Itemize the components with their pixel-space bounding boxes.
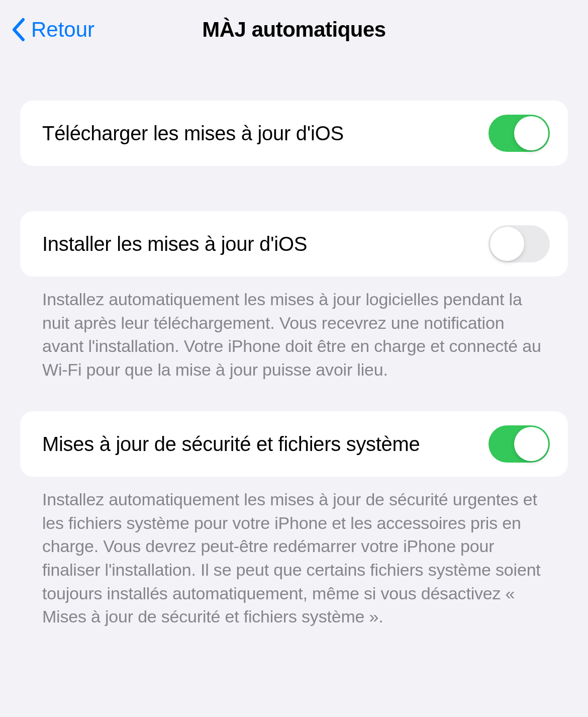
row-label: Installer les mises à jour d'iOS: [42, 231, 488, 256]
row-label: Mises à jour de sécurité et fichiers sys…: [42, 431, 488, 457]
page-title: MÀJ automatiques: [10, 18, 578, 42]
toggle-knob: [490, 227, 524, 261]
toggle-knob: [514, 427, 548, 461]
row-label: Télécharger les mises à jour d'iOS: [42, 121, 488, 146]
row-security-updates[interactable]: Mises à jour de sécurité et fichiers sys…: [20, 411, 568, 477]
toggle-security-updates[interactable]: [488, 425, 550, 463]
toggle-install-ios-updates[interactable]: [488, 225, 550, 262]
footer-install-description: Installez automatiquement les mises à jo…: [20, 277, 568, 381]
toggle-download-ios-updates[interactable]: [488, 115, 550, 152]
back-button[interactable]: Retour: [11, 18, 94, 42]
row-install-ios-updates[interactable]: Installer les mises à jour d'iOS: [20, 211, 568, 277]
row-download-ios-updates[interactable]: Télécharger les mises à jour d'iOS: [20, 101, 568, 166]
navigation-bar: Retour MÀJ automatiques: [0, 0, 588, 55]
toggle-knob: [514, 116, 548, 150]
footer-security-description: Installez automatiquement les mises à jo…: [20, 477, 568, 628]
back-label: Retour: [31, 18, 94, 42]
chevron-left-icon: [11, 18, 26, 42]
